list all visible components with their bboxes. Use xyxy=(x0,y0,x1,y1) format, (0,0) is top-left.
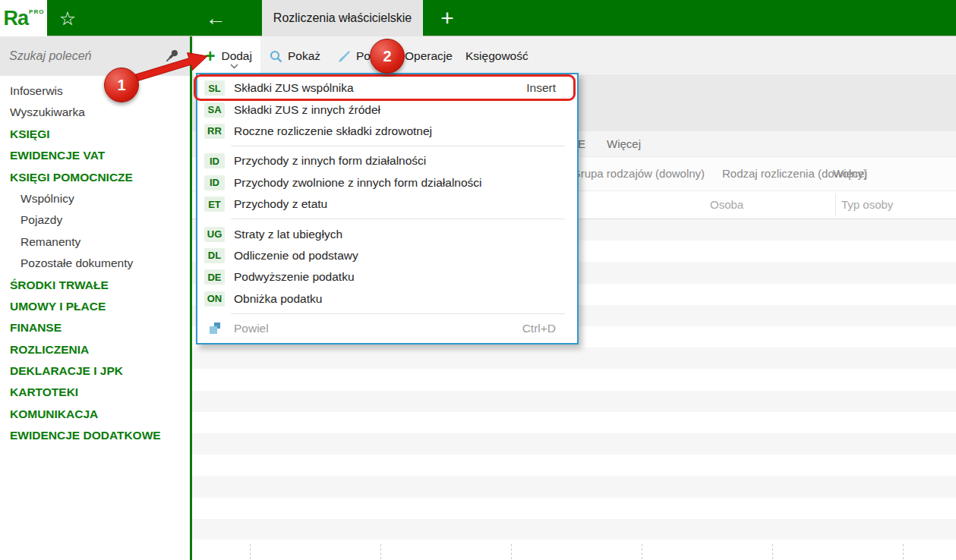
sidebar-item-wspolnicy[interactable]: Wspólnicy xyxy=(0,188,190,209)
accounting-button-label: Księgowość xyxy=(465,49,528,63)
show-button-label: Pokaż xyxy=(288,49,320,63)
magnifier-icon xyxy=(270,50,282,63)
column-header-typ-osoby[interactable]: Typ osoby xyxy=(841,198,893,211)
menu-item-straty-z-lat[interactable]: UG Straty z lat ubiegłych xyxy=(197,223,577,244)
annotation-step-1: 1 xyxy=(104,68,139,102)
logo-pro-label: PRO xyxy=(29,8,44,15)
search-input[interactable] xyxy=(9,44,153,68)
sidebar-item-remanenty[interactable]: Remanenty xyxy=(0,231,190,253)
sidebar-item-deklaracje-i-jpk[interactable]: DEKLARACJE I JPK xyxy=(0,360,190,382)
shortcut-ctrl-d: Ctrl+D xyxy=(522,322,556,335)
badge-on: ON xyxy=(204,291,225,307)
title-bar: Ra PRO ☆ ← Rozliczenia właścicielskie + xyxy=(0,0,956,36)
filter-group-dropdown[interactable]: Grupa rodzajów (dowolny) xyxy=(572,167,705,180)
menu-item-przychody-z-etatu[interactable]: ET Przychody z etatu xyxy=(197,193,577,215)
menu-item-skladki-zus-wspolnika[interactable]: SL Składki ZUS wspólnika Insert xyxy=(197,77,577,99)
add-button[interactable]: + Dodaj xyxy=(194,36,260,76)
sidebar-item-komunikacja[interactable]: KOMUNIKACJA xyxy=(0,404,190,425)
menu-item-odliczenie-od-podstawy[interactable]: DL Odliczenie od podstawy xyxy=(197,245,577,266)
sidebar-item-srodki-trwale[interactable]: ŚRODKI TRWAŁE xyxy=(0,275,190,296)
menu-item-skladki-zus-inne-zrodla[interactable]: SA Składki ZUS z innych źródeł xyxy=(197,99,577,120)
filter-more-link[interactable]: Więcej xyxy=(833,167,867,180)
brush-icon xyxy=(338,50,351,63)
chevron-down-icon xyxy=(230,64,238,69)
sidebar-item-ksiegi[interactable]: KSIĘGI xyxy=(0,124,190,145)
sidebar-item-infoserwis[interactable]: Infoserwis xyxy=(0,80,190,102)
sidebar-item-kartoteki[interactable]: KARTOTEKI xyxy=(0,382,190,403)
add-dropdown-menu: SL Składki ZUS wspólnika Insert SA Skład… xyxy=(196,73,579,344)
pin-icon[interactable] xyxy=(166,49,179,62)
sidebar-item-ewidencje-vat[interactable]: EWIDENCJE VAT xyxy=(0,145,190,166)
menu-item-roczne-rozliczenie[interactable]: RR Roczne rozliczenie składki zdrowotnej xyxy=(197,121,577,142)
sidebar-item-ewidencje-dodatkowe[interactable]: EWIDENCJE DODATKOWE xyxy=(0,425,190,446)
sidebar-nav: Infoserwis Wyszukiwarka KSIĘGI EWIDENCJE… xyxy=(0,80,190,447)
menu-item-przychody-inne-formy[interactable]: ID Przychody z innych form działalności xyxy=(197,150,577,171)
sidebar-item-rozliczenia[interactable]: ROZLICZENIA xyxy=(0,339,190,360)
favorites-star-icon[interactable]: ☆ xyxy=(55,0,80,36)
view-more-link[interactable]: Więcej xyxy=(607,137,641,150)
badge-sa: SA xyxy=(204,102,225,118)
plus-icon: + xyxy=(205,48,215,65)
accounting-button[interactable]: Księgowość xyxy=(465,36,528,76)
badge-id: ID xyxy=(204,175,225,190)
column-header-osoba[interactable]: Osoba xyxy=(710,198,743,211)
badge-et: ET xyxy=(204,197,225,212)
badge-ug: UG xyxy=(204,227,225,242)
badge-dl: DL xyxy=(204,248,225,263)
sidebar-item-umowy-i-place[interactable]: UMOWY I PŁACE xyxy=(0,296,190,317)
menu-item-powiel[interactable]: Powiel Ctrl+D xyxy=(197,318,577,339)
menu-item-podwyzszenie-podatku[interactable]: DE Podwyższenie podatku xyxy=(197,266,577,288)
sidebar-item-wyszukiwarka[interactable]: Wyszukiwarka xyxy=(0,102,190,123)
sidebar-item-pozostale-dokumenty[interactable]: Pozostałe dokumenty xyxy=(0,253,190,274)
operations-button-label: Operacje xyxy=(405,49,453,63)
menu-item-przychody-zwolnione[interactable]: ID Przychody zwolnione z innych form dzi… xyxy=(197,172,577,193)
tab-title: Rozliczenia właścicielskie xyxy=(273,11,412,25)
command-search-row xyxy=(0,36,190,76)
menu-separator xyxy=(231,219,565,219)
show-button[interactable]: Pokaż xyxy=(270,36,320,76)
shortcut-insert: Insert xyxy=(526,81,556,95)
badge-sl: SL xyxy=(204,80,225,96)
tab-rozliczenia-wlascicielskie[interactable]: Rozliczenia właścicielskie xyxy=(262,0,423,36)
operations-button[interactable]: Operacje xyxy=(405,36,453,76)
new-tab-plus-icon[interactable]: + xyxy=(433,0,462,36)
add-button-label: Dodaj xyxy=(221,49,252,63)
table-footer-row xyxy=(192,540,956,560)
app-logo: Ra PRO xyxy=(0,0,47,36)
badge-de: DE xyxy=(204,269,225,285)
badge-rr: RR xyxy=(204,124,225,139)
toolbar: + Dodaj Pokaż Popraw Operacje Księgowość xyxy=(192,36,956,76)
sidebar: Infoserwis Wyszukiwarka KSIĘGI EWIDENCJE… xyxy=(0,36,192,560)
menu-separator xyxy=(231,146,565,146)
column-separator xyxy=(835,194,836,216)
menu-separator xyxy=(231,313,565,314)
back-arrow-icon[interactable]: ← xyxy=(200,0,231,36)
menu-item-obnizka-podatku[interactable]: ON Obniżka podatku xyxy=(197,288,577,310)
copy-icon xyxy=(204,322,225,335)
sidebar-item-finanse[interactable]: FINANSE xyxy=(0,317,190,338)
footer-divider xyxy=(511,544,512,559)
logo-text: Ra xyxy=(4,7,29,30)
footer-divider xyxy=(772,544,773,559)
footer-divider xyxy=(642,544,642,559)
view-tab-partial[interactable]: E xyxy=(578,137,585,150)
footer-divider xyxy=(903,544,904,559)
footer-divider xyxy=(250,544,251,559)
sidebar-item-pojazdy[interactable]: Pojazdy xyxy=(0,209,190,231)
annotation-step-2: 2 xyxy=(370,39,405,74)
sidebar-item-ksiegi-pomocnicze[interactable]: KSIĘGI POMOCNICZE xyxy=(0,167,190,188)
footer-divider xyxy=(380,544,381,559)
badge-id: ID xyxy=(204,153,225,168)
